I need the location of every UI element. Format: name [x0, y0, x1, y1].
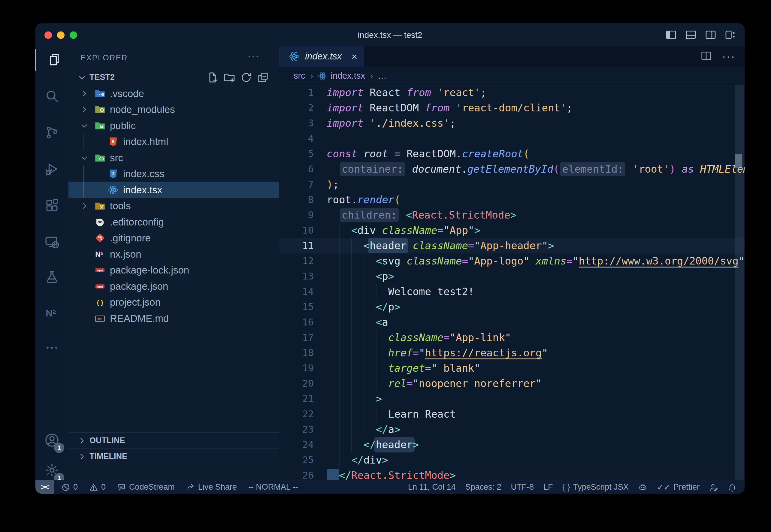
status-language-mode[interactable]: { }TypeScript JSX	[563, 482, 629, 492]
code-line-1[interactable]: 1import React from 'react';	[279, 85, 745, 100]
status-vim-mode[interactable]: -- NORMAL --	[248, 482, 298, 492]
token	[327, 163, 339, 175]
activity-item-nx-console[interactable]: N≥	[35, 303, 68, 325]
tree-item-nx.json[interactable]: N≥nx.json	[68, 246, 279, 262]
code-text: <div className="App">	[327, 223, 480, 238]
more-icon[interactable]: ···	[722, 50, 736, 63]
code-line-5[interactable]: 5const root = ReactDOM.createRoot(	[279, 146, 745, 162]
code-editor[interactable]: 1import React from 'react';2import React…	[279, 85, 745, 480]
code-line-23[interactable]: 23 </a>	[279, 422, 745, 437]
new-file-icon[interactable]	[207, 71, 219, 85]
tree-item-.vscode[interactable]: .vscode	[68, 86, 279, 102]
token: (	[523, 148, 529, 160]
status-indentation[interactable]: Spaces: 2	[465, 482, 501, 492]
code-line-2[interactable]: 2import ReactDOM from 'react-dom/client'…	[279, 100, 745, 116]
code-line-25[interactable]: 25 </div>	[279, 452, 745, 468]
status-feedback[interactable]	[709, 483, 718, 492]
activity-item-settings[interactable]: 1	[35, 460, 68, 482]
tree-item-package.json[interactable]: npmpackage.json	[68, 278, 279, 295]
status-copilot[interactable]	[638, 483, 647, 492]
outline-section[interactable]: OUTLINE	[68, 432, 279, 449]
code-line-21[interactable]: 21 >	[279, 391, 745, 407]
tree-item-public[interactable]: public	[68, 118, 279, 134]
code-line-20[interactable]: 20 rel="noopener noreferrer"	[279, 376, 745, 391]
status-errors[interactable]: 0	[61, 482, 78, 492]
code-line-3[interactable]: 3import './index.css';	[279, 116, 745, 131]
tree-item-README.md[interactable]: M↓README.md	[68, 310, 279, 327]
tree-item-label: src	[110, 152, 123, 164]
code-line-8[interactable]: 8root.render(	[279, 192, 745, 207]
toggle-panel-bottom-icon[interactable]	[685, 29, 697, 41]
code-line-12[interactable]: 12 <svg className="App-logo" xmlns="http…	[279, 253, 745, 269]
refresh-icon[interactable]	[240, 71, 252, 85]
tab-index-tsx[interactable]: index.tsx ×	[279, 46, 364, 67]
activity-item-run-debug[interactable]	[35, 159, 68, 181]
status-notifications[interactable]	[728, 483, 737, 492]
token	[376, 224, 382, 236]
toggle-panel-left-icon[interactable]	[665, 29, 677, 41]
indent-guide	[83, 166, 84, 182]
tree-item-index.html[interactable]: 5index.html	[68, 134, 279, 150]
status-prettier[interactable]: ✓✓Prettier	[657, 482, 700, 492]
code-line-24[interactable]: 24 </header>	[279, 437, 745, 452]
editor-scrollbar[interactable]	[735, 85, 744, 480]
code-line-18[interactable]: 18 href="https://reactjs.org"	[279, 345, 745, 361]
workspace-section-header[interactable]: TEST2	[68, 69, 279, 86]
token: )	[327, 178, 333, 190]
breadcrumb-item-index.tsx[interactable]: index.tsx	[318, 71, 365, 81]
tree-item-index.tsx[interactable]: index.tsx	[68, 182, 279, 198]
token: React.StrictMode	[351, 469, 450, 480]
collapse-all-icon[interactable]	[257, 71, 269, 85]
activity-item-extensions[interactable]	[35, 195, 68, 217]
tree-item-project.json[interactable]: { }project.json	[68, 295, 279, 311]
code-line-17[interactable]: 17 className="App-link"	[279, 330, 745, 345]
code-line-16[interactable]: 16 <a	[279, 315, 745, 330]
status-cursor-position[interactable]: Ln 11, Col 14	[408, 482, 456, 492]
code-line-22[interactable]: 22 Learn React	[279, 407, 745, 422]
token	[694, 163, 700, 175]
token	[407, 240, 413, 252]
code-line-19[interactable]: 19 target="_blank"	[279, 361, 745, 376]
status-warnings[interactable]: 0	[89, 482, 106, 492]
code-line-10[interactable]: 10 <div className="App">	[279, 223, 745, 238]
status-encoding[interactable]: UTF-8	[511, 482, 534, 492]
activity-item-remote-explorer[interactable]	[35, 231, 68, 254]
code-line-26[interactable]: 26 </React.StrictMode>	[279, 468, 745, 480]
code-line-15[interactable]: 15 </p>	[279, 299, 745, 315]
activity-item-source-control[interactable]	[35, 122, 68, 144]
code-line-9[interactable]: 9 children: <React.StrictMode>	[279, 207, 745, 223]
breadcrumb-item-src[interactable]: src	[294, 71, 305, 81]
tree-item-package-lock.json[interactable]: npmpackage-lock.json	[68, 262, 279, 279]
tree-item-src[interactable]: src	[68, 150, 279, 166]
status-live-share[interactable]: Live Share	[186, 482, 237, 492]
activity-item-search[interactable]	[35, 86, 68, 108]
tree-item-.gitignore[interactable]: .gitignore	[68, 230, 279, 246]
toggle-panel-right-icon[interactable]	[705, 29, 716, 41]
tree-item-node_modules[interactable]: node_modules	[68, 102, 279, 118]
close-tab-icon[interactable]: ×	[351, 51, 357, 62]
activity-item-explorer[interactable]	[35, 49, 69, 71]
code-line-6[interactable]: 6 container: document.getElementById(ele…	[279, 162, 745, 177]
code-line-14[interactable]: 14 Welcome test2!	[279, 284, 745, 299]
tree-item-tools[interactable]: tools	[68, 198, 279, 214]
code-line-13[interactable]: 13 <p>	[279, 269, 745, 284]
code-line-4[interactable]: 4	[279, 131, 745, 146]
activity-item-accounts[interactable]: 1	[35, 430, 68, 452]
tree-item-.editorconfig[interactable]: .editorconfig	[68, 214, 279, 230]
status-eol[interactable]: LF	[543, 482, 553, 492]
tree-item-index.css[interactable]: 3index.css	[68, 166, 279, 182]
sidebar-more-icon[interactable]: ···	[247, 50, 259, 62]
code-line-7[interactable]: 7);	[279, 177, 745, 192]
status-codestream[interactable]: CodeStream	[117, 482, 175, 492]
token: "	[413, 377, 419, 389]
new-folder-icon[interactable]	[223, 71, 235, 85]
sidebar-title: EXPLORER	[80, 53, 128, 62]
breadcrumb-item-…[interactable]: …	[378, 71, 386, 81]
activity-item-more[interactable]	[35, 337, 68, 359]
remote-indicator[interactable]: ><	[35, 480, 54, 494]
customize-layout-icon[interactable]	[725, 29, 736, 41]
timeline-section[interactable]: TIMELINE	[68, 448, 279, 464]
activity-item-testing[interactable]	[35, 267, 68, 289]
code-line-11[interactable]: 11 <header className="App-header">	[279, 238, 745, 253]
split-editor-icon[interactable]	[700, 50, 712, 63]
